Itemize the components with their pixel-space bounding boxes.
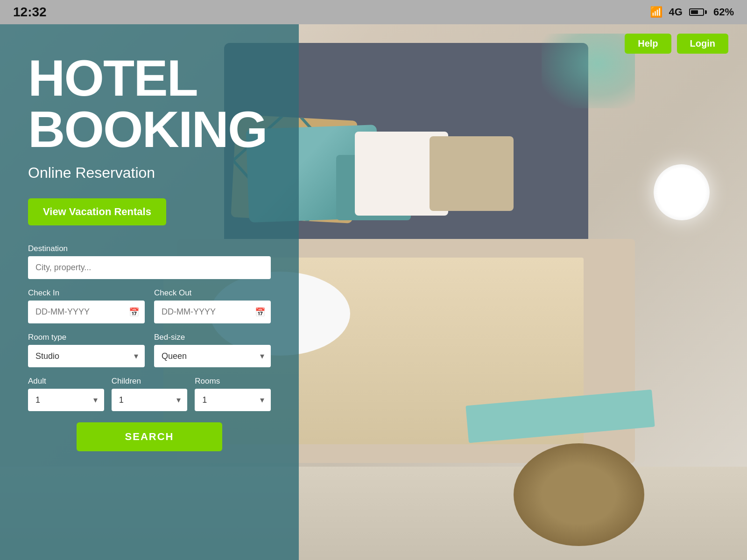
checkout-input[interactable] [154, 301, 271, 323]
rooms-select-wrapper: 1 2 3 4 [195, 389, 271, 411]
roomtype-col: Room type Studio Single Double Suite Del… [28, 333, 145, 367]
rooms-label: Rooms [195, 377, 271, 386]
bedsize-col: Bed-size Queen King Twin Double Single [154, 333, 271, 367]
adult-col: Adult 1 2 3 4 [28, 377, 104, 411]
bedsize-label: Bed-size [154, 333, 271, 342]
signal-label: 4G [669, 6, 683, 18]
checkin-label: Check In [28, 288, 145, 298]
children-select[interactable]: 0 1 2 3 [112, 389, 188, 411]
battery-icon [689, 8, 707, 16]
battery-percent: 62% [713, 6, 734, 18]
login-button[interactable]: Login [677, 34, 728, 54]
checkout-col: Check Out 📅 [154, 288, 271, 323]
main-content: Help Login HOTEL BOOKING Online Reservat… [0, 24, 747, 560]
checkin-calendar-icon: 📅 [129, 307, 139, 317]
checkout-label: Check Out [154, 288, 271, 298]
destination-label: Destination [28, 244, 271, 253]
checkout-wrapper: 📅 [154, 301, 271, 323]
top-right-buttons: Help Login [625, 34, 728, 54]
bedsize-select[interactable]: Queen King Twin Double Single [154, 345, 271, 367]
checkin-col: Check In 📅 [28, 288, 145, 323]
help-button[interactable]: Help [625, 34, 671, 54]
overlay-panel: HOTEL BOOKING Online Reservation View Va… [0, 24, 299, 560]
children-col: Children 0 1 2 3 [112, 377, 188, 411]
guests-row: Adult 1 2 3 4 Children 0 [28, 377, 271, 411]
hero-subtitle: Online Reservation [28, 164, 271, 182]
children-label: Children [112, 377, 188, 386]
children-select-wrapper: 0 1 2 3 [112, 389, 188, 411]
wall-art [542, 34, 635, 108]
roomtype-select-wrapper: Studio Single Double Suite Deluxe [28, 345, 145, 367]
roomtype-select[interactable]: Studio Single Double Suite Deluxe [28, 345, 145, 367]
adult-select-wrapper: 1 2 3 4 [28, 389, 104, 411]
dates-row: Check In 📅 Check Out 📅 [28, 288, 271, 323]
status-time: 12:32 [13, 5, 47, 20]
status-bar: 12:32 📶 4G 62% [0, 0, 747, 24]
pillow-beige [430, 136, 514, 211]
checkin-wrapper: 📅 [28, 301, 145, 323]
checkin-input[interactable] [28, 301, 145, 323]
bedsize-select-wrapper: Queen King Twin Double Single [154, 345, 271, 367]
rooms-select[interactable]: 1 2 3 4 [195, 389, 271, 411]
room-bed-row: Room type Studio Single Double Suite Del… [28, 333, 271, 367]
roomtype-label: Room type [28, 333, 145, 342]
hero-title: HOTEL BOOKING [28, 52, 271, 155]
search-button[interactable]: SEARCH [77, 422, 222, 451]
view-vacation-button[interactable]: View Vacation Rentals [28, 198, 166, 225]
rooms-col: Rooms 1 2 3 4 [195, 377, 271, 411]
wifi-icon: 📶 [650, 6, 662, 18]
adult-select[interactable]: 1 2 3 4 [28, 389, 104, 411]
floor-pouf [514, 443, 644, 546]
destination-input[interactable] [28, 256, 271, 279]
booking-form: Destination Check In 📅 Check Out 📅 [28, 244, 271, 451]
checkout-calendar-icon: 📅 [255, 307, 265, 317]
bedside-lamp [654, 164, 710, 220]
adult-label: Adult [28, 377, 104, 386]
status-icons: 📶 4G 62% [650, 6, 734, 18]
